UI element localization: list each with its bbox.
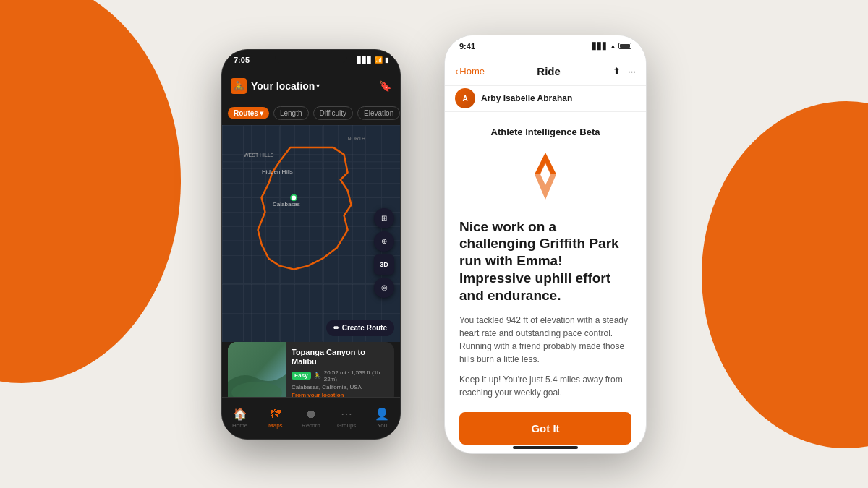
notch-left: [275, 50, 347, 64]
svg-text:NORTH: NORTH: [348, 136, 366, 141]
map-controls: ⊞ ⊕ 3D ◎: [374, 208, 394, 298]
location-dropdown[interactable]: Your location ▾: [251, 80, 320, 92]
signal-icon: ▋▋▋: [357, 56, 373, 64]
main-message: Nice work on a challenging Griffith Park…: [459, 218, 631, 304]
location-label: Your location: [251, 80, 315, 92]
right-phone: 9:41 ▋▋▋ ▲ ‹ Home Ride ⬆ ··· A: [444, 35, 647, 454]
battery-right-icon: [618, 43, 631, 49]
record-icon: ⏺: [305, 408, 317, 421]
pencil-icon: ✏: [333, 324, 339, 332]
record-label: Record: [302, 422, 320, 429]
route-card-image: [228, 342, 286, 404]
bottom-navigation: 🏠 Home 🗺 Maps ⏺ Record ⋯ Groups 👤 You: [222, 397, 400, 439]
right-time-display: 9:41: [459, 42, 475, 51]
chevron-left-icon: ‹: [455, 66, 458, 77]
right-nav-bar: ‹ Home Ride ⬆ ···: [445, 57, 646, 86]
wifi-right-icon: ▲: [610, 43, 616, 50]
back-button[interactable]: ‹ Home: [455, 66, 485, 77]
wifi-icon: 📶: [375, 56, 383, 64]
nav-you[interactable]: 👤 You: [365, 398, 400, 439]
right-status-bar: 9:41 ▋▋▋ ▲: [445, 35, 646, 57]
right-status-icons: ▋▋▋ ▲: [592, 43, 631, 50]
location-button[interactable]: ◎: [374, 278, 394, 298]
create-route-button[interactable]: ✏ Create Route: [326, 320, 394, 336]
you-icon: 👤: [375, 407, 389, 421]
status-icons: ▋▋▋ 📶 ▮: [357, 56, 388, 64]
length-filter-pill[interactable]: Length: [273, 106, 309, 120]
you-label: You: [378, 422, 388, 429]
phones-container: 7:05 ▋▋▋ 📶 ▮ 🚴 Your location ▾ 🔖 Routes …: [0, 0, 868, 488]
left-phone-header: 🚴 Your location ▾ 🔖: [222, 70, 400, 102]
nav-right-icons: ⬆ ···: [613, 66, 636, 77]
home-icon: 🏠: [233, 407, 247, 421]
west-hills-label: WEST HILLS: [244, 153, 274, 158]
route-stats: 20.52 mi · 1,539 ft (1h 22m): [324, 369, 388, 382]
route-card[interactable]: Topanga Canyon to Malibu Easy 🚴 20.52 mi…: [228, 342, 394, 404]
svg-point-11: [292, 195, 296, 200]
time-display: 7:05: [234, 56, 250, 64]
svg-marker-16: [535, 174, 556, 200]
bike-icon: 🚴: [231, 78, 247, 94]
user-avatar: A: [455, 88, 475, 108]
route-meta: Easy 🚴 20.52 mi · 1,539 ft (1h 22m): [292, 369, 388, 382]
share-icon[interactable]: ⬆: [613, 66, 621, 77]
nav-record[interactable]: ⏺ Record: [293, 398, 328, 439]
maps-icon: 🗺: [270, 408, 281, 421]
chevron-icon: ▾: [260, 109, 263, 117]
bookmark-icon[interactable]: 🔖: [379, 80, 391, 92]
strava-logo: [516, 149, 574, 207]
ride-title: Ride: [490, 65, 607, 77]
3d-button[interactable]: 3D: [374, 254, 394, 275]
nav-maps[interactable]: 🗺 Maps: [258, 398, 293, 439]
signal-bars-icon: ▋▋▋: [592, 43, 608, 50]
difficulty-badge: Easy: [292, 372, 311, 380]
route-card-info: Topanga Canyon to Malibu Easy 🚴 20.52 mi…: [286, 342, 394, 404]
detail-text-1: You tackled 942 ft of elevation with a s…: [459, 314, 631, 366]
layers-button[interactable]: ⊞: [374, 208, 394, 228]
groups-label: Groups: [337, 422, 356, 429]
user-name: Arby Isabelle Abrahan: [481, 93, 572, 103]
back-label: Home: [459, 66, 485, 77]
intelligence-card: Athlete Intelligence Beta Nice work on a…: [445, 112, 646, 454]
calabasas-label: Calabasas: [273, 201, 300, 207]
intelligence-title: Athlete Intelligence Beta: [491, 127, 600, 137]
home-label: Home: [232, 422, 247, 429]
ride-user-header: A Arby Isabelle Abrahan: [445, 86, 646, 112]
routes-filter-pill[interactable]: Routes ▾: [228, 107, 269, 119]
bike-meta-icon: 🚴: [314, 372, 321, 379]
map-area[interactable]: NORTH WEST HILLS Hidden Hills Calabasas …: [222, 125, 400, 342]
compass-button[interactable]: ⊕: [374, 231, 394, 252]
groups-icon: ⋯: [341, 407, 352, 421]
elevation-filter-pill[interactable]: Elevation: [357, 106, 400, 120]
route-title: Topanga Canyon to Malibu: [292, 348, 388, 367]
nav-home[interactable]: 🏠 Home: [222, 398, 258, 439]
difficulty-filter-pill[interactable]: Difficulty: [313, 106, 354, 120]
battery-icon: ▮: [385, 56, 388, 64]
filter-bar: Routes ▾ Length Difficulty Elevation: [222, 102, 400, 125]
nav-groups[interactable]: ⋯ Groups: [329, 398, 365, 439]
maps-label: Maps: [268, 422, 283, 429]
got-it-button[interactable]: Got It: [459, 412, 631, 445]
detail-text-2: Keep it up! You're just 5.4 miles away f…: [459, 373, 631, 399]
more-icon[interactable]: ···: [628, 66, 636, 77]
left-phone: 7:05 ▋▋▋ 📶 ▮ 🚴 Your location ▾ 🔖 Routes …: [221, 49, 401, 440]
hidden-hills-label: Hidden Hills: [262, 168, 293, 175]
home-indicator-right: [513, 446, 578, 449]
route-location: Calabasas, California, USA: [292, 384, 388, 390]
chevron-down-icon: ▾: [316, 82, 320, 90]
